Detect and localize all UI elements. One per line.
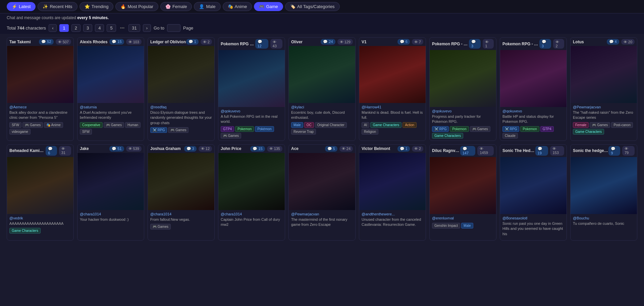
tag[interactable]: Male [291,122,303,128]
tag[interactable]: Claude [502,133,518,139]
tag[interactable]: 🎮 Games [150,224,171,230]
tag[interactable]: 🎭 Anime [44,122,63,128]
card-author[interactable]: @erenluvrval [432,216,494,220]
card-author[interactable]: @andthenthewere... [362,212,423,216]
page-3-button[interactable]: 3 [83,24,92,32]
tag[interactable]: Male [461,223,473,228]
tag[interactable]: ⚔️ RPG [502,126,519,132]
prev-page-button[interactable]: ‹ [49,24,57,32]
tag[interactable]: Original Character [315,122,347,128]
card-4[interactable]: Oliver 💬 24 👁 129 @kylaci Eccentric boy,… [288,37,356,141]
card-stats: 💬 3 👁 1 [469,39,494,49]
nav-female[interactable]: 🌸 Female [160,2,192,11]
card-5[interactable]: V1 💬 6 👁 7 @Harrow41 Mankind is dead. Bl… [359,37,426,141]
tag[interactable]: Reverse Trap [291,129,316,135]
nav-recent-hits[interactable]: ✨ Recent Hits [38,2,77,11]
tag[interactable]: Human [125,122,141,128]
card-author[interactable]: @chara1014 [80,212,142,216]
tag[interactable]: 🎮 Games [104,122,124,128]
card-author[interactable]: @qokuvevo [221,109,282,113]
tag[interactable]: Game Characters [9,228,41,234]
tag[interactable]: videogame [9,129,31,135]
card-body: @qokuvevo Progress and party tracker for… [430,107,496,141]
tag[interactable]: Game Characters [573,129,604,135]
nav-male[interactable]: 👤 Male [194,2,220,11]
card-8[interactable]: Lotus 💬 4 👁 20 @Pewmarjacvan The "half-n… [570,37,637,141]
card-author[interactable]: @kylaci [291,105,353,109]
card-17[interactable]: Sonic the hedgehog 💬 9 👁 79 @Bouchu Tu c… [570,144,637,241]
next-page-button[interactable]: › [143,24,151,32]
tag[interactable]: ⚔️ RPG [150,127,167,133]
tag[interactable]: Game Characters [370,122,401,128]
tag[interactable]: 🎮 Games [590,122,610,128]
card-title: Diluc Ragnvin... [432,148,460,153]
tag[interactable]: Pokemon [235,126,254,132]
tag[interactable]: Post-canon [611,122,633,128]
page-4-button[interactable]: 4 [95,24,104,32]
nav-all-tags[interactable]: 🏷️ All Tags/Categories [285,2,340,11]
card-author[interactable]: @qokuvevo [432,109,494,113]
nav-latest[interactable]: ⚡ Latest [7,2,36,11]
tag[interactable]: Action [402,122,417,128]
card-author[interactable]: @Aemece [9,105,71,109]
tag[interactable]: ⚔️ RPG [432,126,449,132]
card-12[interactable]: John Price 💬 15 👁 135 @chara1014 Captain… [218,144,285,241]
card-author[interactable]: @Bonesaxolotl [502,216,564,220]
card-author[interactable]: @Pewmarjacvan [573,105,635,109]
tag[interactable]: Pokémon [255,126,274,132]
card-1[interactable]: Alexis Rhodes 💬 15 👁 103 @saturnia A Due… [77,37,144,141]
nav-anime[interactable]: 🎭 Anime [223,2,252,11]
tag[interactable]: AI [362,122,369,128]
tag[interactable]: GTP4 [540,126,554,132]
tag[interactable]: 🎮 Games [470,126,490,132]
tag[interactable]: SFW [80,129,92,135]
card-13[interactable]: Ace 💬 5 👁 24 @Pewmarjacvan The mastermin… [288,144,356,241]
tag[interactable]: Pokemon [450,126,469,132]
card-11[interactable]: Joshua Graham 💬 3 👁 12 @chara1014 From f… [148,144,215,241]
tag[interactable]: 🎮 Games [22,122,43,128]
tag[interactable]: 🎮 Games [168,127,189,133]
page-last-button[interactable]: 31 [128,24,140,32]
card-author[interactable]: @chara1014 [150,212,212,216]
card-15[interactable]: Diluc Ragnvin... 💬 147 👁 1459 @erenluvrv… [429,144,496,241]
card-7[interactable]: Pokemon RPG - Batt... 💬 3 👁 2 @qokuvevo … [500,37,567,141]
card-14[interactable]: Victor Belmont 💬 1 👁 2 @andthenthewere..… [359,144,426,241]
card-image [359,46,426,103]
tag[interactable]: Female [573,122,589,128]
card-body: @qokuvevo Battle HP and status display f… [500,107,567,141]
nav-most-popular[interactable]: 🔥 Most Popular [115,2,158,11]
tag[interactable]: Game Characters [432,133,463,139]
tag[interactable]: 🎮 Games [221,133,241,139]
card-author[interactable]: @reedfaq [150,105,212,109]
page-1-button[interactable]: 1 [59,24,68,32]
card-3[interactable]: Pokemon RPG - N... 💬 12 👁 43 @qokuvevo A… [218,37,285,141]
card-author[interactable]: @qokuvevo [502,109,564,113]
page-5-button[interactable]: 5 [107,24,116,32]
tag[interactable]: SFW [9,122,21,128]
nav-game[interactable]: 🎮 Game [254,2,283,11]
card-author[interactable]: @Bouchu [573,216,635,220]
page-2-button[interactable]: 2 [71,24,80,32]
card-desc: Your hacker from duskwood :) [80,217,142,222]
tag[interactable]: Religion [362,129,378,135]
card-author[interactable]: @Harrow41 [362,105,423,109]
card-10[interactable]: Jake 💬 51 👁 539 @chara1014 Your hacker f… [77,144,144,241]
card-9[interactable]: Beheaded Kamikaz... 💬 6 👁 31 @vedrik AAA… [7,144,74,241]
card-6[interactable]: Pokemon RPG - Sta... 💬 3 👁 1 @qokuvevo P… [429,37,496,141]
nav-trending[interactable]: ⭐ Trending [79,2,114,11]
card-2[interactable]: Ledger of Oblivion 💬 1 👁 2 @reedfaq Disc… [148,37,215,141]
tag[interactable]: GTP4 [221,126,234,132]
tag[interactable]: OC [304,122,314,128]
page-go-to-input[interactable] [167,24,180,32]
tag[interactable]: Pokemon [520,126,539,132]
card-author[interactable]: @chara1014 [221,212,282,216]
card-author[interactable]: @Pewmarjacvan [291,212,353,216]
card-author[interactable]: @vedrik [9,216,71,220]
stat-views: 👁 1459 [477,146,494,156]
tag[interactable]: Cooperative [80,122,103,128]
card-author[interactable]: @saturnia [80,105,142,109]
card-0[interactable]: Tae Takemi 💬 52 👁 507 @Aemece Back alley… [7,37,74,141]
card-desc: From fallout:New vegas. [150,217,212,222]
card-16[interactable]: Sonic The Hedgh... 💬 19 👁 153 @Bonesaxol… [500,144,567,241]
tag[interactable]: Genshin Impact [432,223,460,228]
